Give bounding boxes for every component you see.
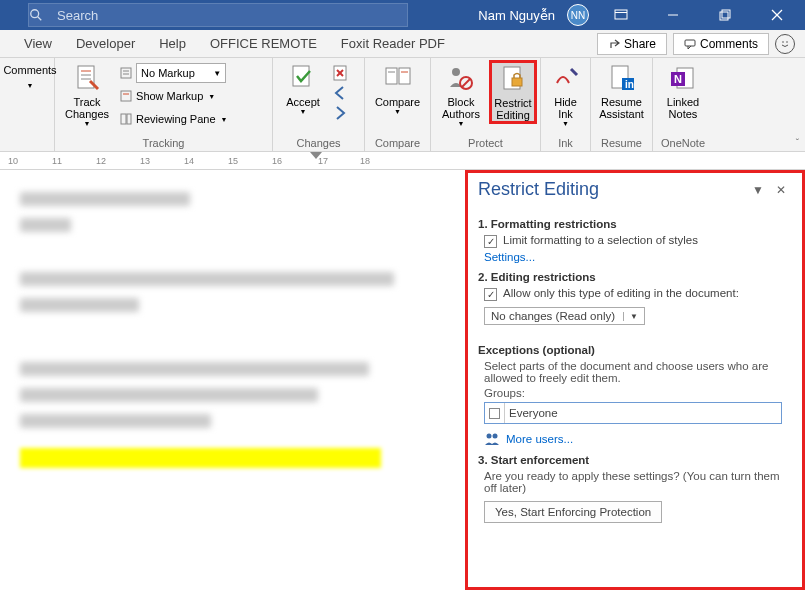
- protect-group-label: Protect: [437, 135, 534, 151]
- user-name[interactable]: Nam Nguyễn: [478, 8, 555, 23]
- ink-group-label: Ink: [547, 135, 584, 151]
- comments-button[interactable]: Comments: [673, 33, 769, 55]
- enforcement-desc: Are you ready to apply these settings? (…: [484, 470, 792, 494]
- chevron-down-icon: ▼: [84, 120, 91, 127]
- compare-group-label: Compare: [371, 135, 424, 151]
- reviewing-pane-button[interactable]: Reviewing Pane ▼: [117, 108, 229, 130]
- changes-group-label: Changes: [279, 135, 358, 151]
- editing-type-select[interactable]: No changes (Read only) ▼: [484, 307, 645, 325]
- highlighted-text: [20, 448, 381, 468]
- formatting-settings-link[interactable]: Settings...: [484, 251, 792, 263]
- collapse-ribbon-icon[interactable]: ˇ: [796, 138, 799, 149]
- chevron-down-icon: ▼: [623, 312, 638, 321]
- comments-ribbon-button[interactable]: Comments ▼: [6, 60, 54, 91]
- menu-view[interactable]: View: [12, 36, 64, 51]
- hide-ink-button[interactable]: Hide Ink ▼: [542, 60, 590, 129]
- svg-rect-21: [121, 114, 126, 124]
- ruler[interactable]: 10 11 12 13 14 15 16 17 18: [0, 152, 805, 170]
- compare-icon: [382, 62, 414, 94]
- track-changes-button[interactable]: Track Changes ▼: [61, 60, 113, 129]
- chevron-down-icon: ▼: [394, 108, 401, 115]
- compare-button[interactable]: Compare ▼: [371, 60, 424, 117]
- share-icon: [608, 38, 620, 50]
- pane-menu-icon[interactable]: ▼: [746, 183, 770, 197]
- minimize-icon[interactable]: [653, 0, 693, 30]
- onenote-icon: N: [667, 62, 699, 94]
- menu-developer[interactable]: Developer: [64, 36, 147, 51]
- linked-notes-button[interactable]: N Linked Notes: [659, 60, 707, 122]
- restrict-editing-pane: Restrict Editing ▼ ✕ 1. Formatting restr…: [465, 170, 805, 590]
- limit-formatting-label: Limit formatting to a selection of style…: [503, 234, 698, 246]
- resume-group-label: Resume: [597, 135, 646, 151]
- svg-point-31: [452, 68, 460, 76]
- svg-rect-35: [512, 78, 522, 86]
- formatting-section-title: 1. Formatting restrictions: [478, 218, 792, 230]
- next-button[interactable]: [331, 104, 351, 122]
- chevron-down-icon: ▼: [208, 93, 215, 100]
- reject-button[interactable]: [331, 64, 351, 82]
- indent-marker-icon[interactable]: [310, 152, 322, 159]
- svg-line-33: [462, 79, 470, 87]
- search-placeholder: Search: [53, 8, 98, 23]
- groups-label: Groups:: [484, 387, 792, 399]
- svg-rect-9: [685, 40, 695, 46]
- exceptions-desc: Select parts of the document and choose …: [484, 360, 792, 384]
- menu-office-remote[interactable]: OFFICE REMOTE: [198, 36, 329, 51]
- markup-combo[interactable]: No Markup▼: [117, 62, 229, 84]
- block-authors-icon: [445, 62, 477, 94]
- search-icon: [29, 8, 53, 22]
- search-box[interactable]: Search: [28, 3, 408, 27]
- share-button[interactable]: Share: [597, 33, 667, 55]
- more-users-link[interactable]: More users...: [484, 432, 792, 446]
- menubar: View Developer Help OFFICE REMOTE Foxit …: [0, 30, 805, 58]
- svg-rect-19: [121, 91, 131, 101]
- track-changes-icon: [71, 62, 103, 94]
- show-markup-button[interactable]: Show Markup ▼: [117, 85, 229, 107]
- previous-button[interactable]: [331, 84, 351, 102]
- user-avatar[interactable]: NN: [567, 4, 589, 26]
- exceptions-title: Exceptions (optional): [478, 344, 792, 356]
- document-area[interactable]: [0, 170, 465, 590]
- chevron-down-icon: ▼: [300, 108, 307, 115]
- chevron-down-icon: ▼: [213, 69, 221, 78]
- pane-title: Restrict Editing: [478, 179, 746, 200]
- chevron-down-icon: ▼: [562, 120, 569, 127]
- menu-foxit[interactable]: Foxit Reader PDF: [329, 36, 457, 51]
- restrict-editing-button[interactable]: Restrict Editing: [489, 60, 537, 124]
- allow-editing-checkbox[interactable]: ✓: [484, 288, 497, 301]
- menu-help[interactable]: Help: [147, 36, 198, 51]
- ribbon-display-icon[interactable]: [601, 0, 641, 30]
- pane-close-icon[interactable]: ✕: [770, 183, 792, 197]
- svg-line-1: [38, 17, 42, 21]
- svg-point-0: [31, 10, 39, 18]
- onenote-group-label: OneNote: [659, 135, 707, 151]
- svg-rect-6: [722, 10, 730, 18]
- start-enforcing-button[interactable]: Yes, Start Enforcing Protection: [484, 501, 662, 523]
- svg-rect-2: [615, 10, 627, 19]
- maximize-icon[interactable]: [705, 0, 745, 30]
- hide-ink-icon: [550, 62, 582, 94]
- everyone-checkbox[interactable]: [485, 403, 505, 423]
- feedback-icon[interactable]: [775, 34, 795, 54]
- comment-icon: [684, 38, 696, 50]
- svg-point-42: [487, 434, 492, 439]
- resume-assistant-button[interactable]: in Resume Assistant: [597, 60, 646, 122]
- groups-everyone-row[interactable]: Everyone: [484, 402, 782, 424]
- chevron-down-icon: ▼: [27, 82, 34, 89]
- accept-icon: [287, 62, 319, 94]
- enforcement-section-title: 3. Start enforcement: [478, 454, 792, 466]
- limit-formatting-checkbox[interactable]: ✓: [484, 235, 497, 248]
- close-icon[interactable]: [757, 0, 797, 30]
- accept-button[interactable]: Accept ▼: [279, 60, 327, 117]
- comments-label: Comments: [700, 37, 758, 51]
- chevron-down-icon: ▼: [458, 120, 465, 127]
- titlebar: Search Nam Nguyễn NN: [0, 0, 805, 30]
- block-authors-button[interactable]: Block Authors ▼: [437, 60, 485, 129]
- share-label: Share: [624, 37, 656, 51]
- svg-rect-16: [121, 68, 131, 78]
- chevron-down-icon: ▼: [221, 116, 228, 123]
- svg-point-43: [493, 434, 498, 439]
- svg-rect-22: [127, 114, 131, 124]
- editing-section-title: 2. Editing restrictions: [478, 271, 792, 283]
- restrict-editing-icon: [497, 63, 529, 95]
